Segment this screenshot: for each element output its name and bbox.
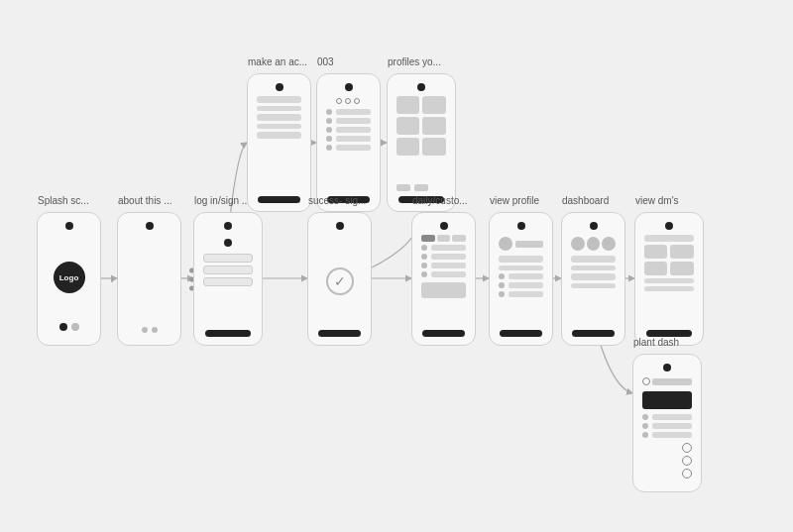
- success-label: sucess- sig...: [308, 195, 366, 206]
- 003-screen[interactable]: 003: [316, 73, 381, 212]
- daily-screen[interactable]: daily/custo...: [411, 212, 476, 346]
- make-ac-bar2: [257, 106, 301, 111]
- 003-dot2: [345, 98, 351, 104]
- daily-bottom: [422, 330, 464, 337]
- about-camera: [146, 222, 154, 230]
- login-input1[interactable]: [203, 254, 252, 263]
- dashboard-screen[interactable]: dashboard: [561, 212, 625, 346]
- 003-dot3: [354, 98, 360, 104]
- success-camera: [336, 222, 344, 230]
- plant-controls: [642, 443, 691, 479]
- dash-avatar-row: [571, 237, 616, 251]
- vp-bar2: [499, 266, 543, 270]
- profiles-camera: [417, 83, 425, 91]
- dashboard-label: dashboard: [562, 195, 609, 206]
- daily-list: [421, 245, 466, 277]
- make-ac-bar1: [257, 96, 301, 103]
- login-input2[interactable]: [203, 266, 252, 274]
- plant-icon: [642, 377, 650, 385]
- view-dms-label: view dm's: [635, 195, 679, 206]
- make-ac-bottom: [258, 196, 299, 203]
- dot-inactive: [71, 323, 79, 331]
- dash-bar3: [571, 273, 616, 280]
- plant-header: [642, 377, 691, 385]
- plant-dash-screen[interactable]: plant dash: [632, 354, 702, 492]
- dms-bar1: [644, 235, 693, 242]
- dms-camera: [665, 222, 673, 230]
- splash-nav-dots: [59, 323, 79, 331]
- vp-avatar: [499, 237, 512, 251]
- splash-label: Splash sc...: [38, 195, 89, 206]
- dash-bar2: [571, 266, 616, 270]
- success-screen[interactable]: sucess- sig... ✓: [307, 212, 372, 346]
- vp-header: [499, 237, 543, 251]
- plant-camera: [663, 364, 671, 372]
- success-bottom: [318, 330, 360, 337]
- dash-bottom: [572, 330, 614, 337]
- dms-bottom: [646, 330, 692, 337]
- make-ac-label: make an ac...: [248, 56, 307, 67]
- profiles-controls: [396, 184, 445, 191]
- login-label: log in/sign ...: [194, 195, 250, 206]
- vp-bar1: [499, 256, 543, 263]
- dms-bar3: [644, 286, 693, 291]
- canvas: Splash sc... Logo › about this ...: [0, 0, 793, 532]
- about-label: about this ...: [118, 195, 171, 206]
- vp-camera: [517, 222, 525, 230]
- login-dot: [224, 239, 232, 247]
- 003-list: [326, 109, 371, 151]
- make-ac-bar3: [257, 114, 301, 121]
- vp-bottom: [500, 330, 541, 337]
- view-dms-screen[interactable]: view dm's: [634, 212, 704, 346]
- make-ac-bar5: [257, 132, 301, 139]
- profiles-label: profiles yo...: [388, 56, 441, 67]
- login-bottom-bar: [205, 330, 251, 337]
- about-nav: [142, 327, 158, 333]
- daily-camera: [440, 222, 448, 230]
- make-ac-camera: [276, 83, 283, 91]
- dot-active: [59, 323, 67, 331]
- check-circle: ✓: [326, 267, 354, 295]
- plant-dash-label: plant dash: [633, 337, 679, 348]
- view-profile-label: view profile: [490, 195, 539, 206]
- view-profile-screen[interactable]: view profile: [489, 212, 553, 346]
- about-screen[interactable]: about this ... ›: [117, 212, 181, 346]
- splash-right-arrow: ›: [111, 273, 114, 284]
- daily-label: daily/custo...: [412, 195, 468, 206]
- profiles-screen[interactable]: profiles yo...: [387, 73, 456, 212]
- 003-camera: [345, 83, 353, 91]
- dash-bar1: [571, 256, 616, 263]
- vp-list: [499, 273, 543, 297]
- dash-bar4: [571, 283, 616, 288]
- daily-block: [421, 282, 466, 298]
- dms-bar2: [644, 278, 693, 283]
- make-ac-bar4: [257, 124, 301, 129]
- 003-dot1: [336, 98, 342, 104]
- login-screen[interactable]: log in/sign ...: [193, 212, 263, 346]
- plant-list: [642, 414, 691, 438]
- splash-camera: [65, 222, 73, 230]
- dash-camera: [590, 222, 598, 230]
- daily-tabs: [421, 235, 466, 242]
- profiles-grid: [396, 96, 445, 156]
- 003-label: 003: [317, 56, 334, 67]
- login-input3[interactable]: [203, 277, 252, 286]
- logo-circle: Logo: [54, 262, 85, 293]
- login-camera: [224, 222, 232, 230]
- make-ac-screen[interactable]: make an ac...: [247, 73, 311, 212]
- plant-dark-block: [642, 391, 691, 409]
- splash-screen[interactable]: Splash sc... Logo ›: [37, 212, 101, 346]
- dms-grid: [644, 245, 693, 275]
